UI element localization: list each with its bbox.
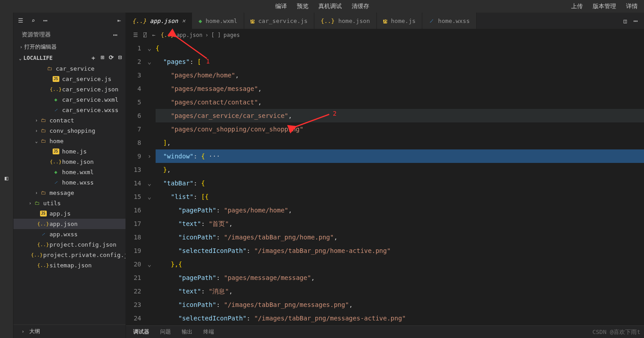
menu-version[interactable]: 版本管理 [593, 2, 616, 10]
menu-compile[interactable]: 编译 [275, 2, 287, 10]
explorer-more-icon[interactable]: ⋯ [113, 31, 117, 39]
top-menu-right: 上传 版本管理 详情 [571, 2, 638, 10]
code-line[interactable]: "tabBar": { [156, 176, 644, 190]
tree-item[interactable]: JSapp.js [13, 208, 125, 219]
code-line[interactable]: "selectedIconPath": "/images/tabBar_png/… [156, 244, 644, 257]
code-line[interactable]: "pagePath": "pages/message/message", [156, 271, 644, 284]
code-line[interactable]: "pages/car_service/car_service", [156, 109, 644, 122]
code-line[interactable]: "text": "首页", [156, 217, 644, 230]
file-tree: 🗀car_serviceJScar_service.js{..}car_serv… [13, 63, 125, 324]
code-line[interactable]: },{ [156, 257, 644, 271]
tree-item[interactable]: ⌄🗀home [13, 136, 125, 146]
code-line[interactable]: "pages/message/message", [156, 82, 644, 95]
panel-problems[interactable]: 问题 [160, 328, 171, 336]
tree-item[interactable]: JScar_service.js [13, 74, 125, 84]
search-icon[interactable]: ⌕ [31, 17, 35, 24]
panel-terminal[interactable]: 终端 [203, 328, 214, 336]
explorer-title: 资源管理器 ⋯ [13, 28, 125, 41]
new-file-icon[interactable]: ＋ [90, 54, 96, 62]
breadcrumb-bar: ☰ ⍁ ← {..} app.json › [ ] pages [126, 29, 644, 41]
tree-item[interactable]: ◆home.wxml [13, 167, 125, 177]
top-menu-bar: 编译 预览 真机调试 清缓存 上传 版本管理 详情 [0, 0, 644, 13]
editor-tab[interactable]: ⟋home.wxss [422, 13, 476, 29]
panel-output[interactable]: 输出 [182, 328, 192, 336]
close-icon[interactable]: × [182, 17, 185, 24]
tree-item[interactable]: {..}project.private.config.json [13, 250, 125, 260]
editor-tab[interactable]: JShome.js [377, 13, 422, 29]
new-folder-icon[interactable]: ⊞ [101, 54, 104, 62]
panel-debugger[interactable]: 调试器 [133, 328, 149, 336]
menu-details[interactable]: 详情 [626, 2, 638, 10]
code-editor[interactable]: 123456789131415161718192021222324 ⌄⌄›⌄⌄⌄… [126, 41, 644, 325]
tree-item[interactable]: ›🗀message [13, 188, 125, 198]
tree-item[interactable]: ⟋app.wxss [13, 229, 125, 239]
top-menu-center: 编译 预览 真机调试 清缓存 [275, 2, 369, 10]
breadcrumb[interactable]: {..} app.json › [ ] pages [161, 32, 240, 38]
code-line[interactable]: "text": "消息", [156, 284, 644, 298]
refresh-icon[interactable]: ⟳ [109, 54, 114, 62]
open-editors-section[interactable]: › 打开的编辑器 [13, 41, 125, 53]
outline-section[interactable]: › 大纲 [13, 324, 125, 338]
editor-tab[interactable]: JScar_service.js [244, 13, 314, 29]
bookmark-icon[interactable]: ⍁ [143, 32, 147, 38]
code-line[interactable]: "pages": [ [156, 55, 644, 68]
split-icon[interactable]: ◫ [624, 18, 627, 24]
tree-item[interactable]: ›🗀contact [13, 115, 125, 126]
editor-tab[interactable]: {..}app.json× [126, 13, 192, 29]
tree-item[interactable]: ›🗀utils [13, 198, 125, 208]
annotation-label-1: 1 [206, 58, 210, 65]
bottom-panel: 调试器 问题 输出 终端 [126, 325, 644, 338]
tab-bar: {..}app.json×◆home.wxmlJScar_service.js{… [126, 13, 644, 29]
menu-device-debug[interactable]: 真机调试 [318, 2, 342, 10]
sidebar-toolbar: ☰ ⌕ ⋯ ⇤ [13, 13, 125, 28]
code-line[interactable]: ], [156, 136, 644, 149]
project-folder-header[interactable]: ⌄ LOCALLIFE ＋ ⊞ ⟳ ⊟ [13, 53, 125, 63]
code-line[interactable]: "pages/contact/contact", [156, 95, 644, 109]
code-line[interactable]: "window": { ··· [156, 149, 644, 163]
more-icon[interactable]: ⋯ [43, 16, 48, 25]
tree-item[interactable]: ⟋car_service.wxss [13, 105, 125, 115]
back-icon[interactable]: ← [152, 32, 155, 38]
code-line[interactable]: "pagePath": "pages/home/home", [156, 203, 644, 217]
activity-bar: ◧ [0, 13, 13, 338]
menu-preview[interactable]: 预览 [297, 2, 309, 10]
editor-tab[interactable]: ◆home.wxml [192, 13, 244, 29]
editor-area: {..}app.json×◆home.wxmlJScar_service.js{… [126, 13, 644, 338]
tree-item[interactable]: ◆car_service.wxml [13, 95, 125, 105]
code-line[interactable]: { [156, 41, 644, 55]
menu-clear-cache[interactable]: 清缓存 [352, 2, 369, 10]
layout-icon[interactable]: ◧ [5, 175, 9, 181]
code-line[interactable]: "list": [{ [156, 190, 644, 203]
code-line[interactable]: "iconPath": "/images/tabBar_png/home.png… [156, 230, 644, 244]
tree-item[interactable]: {..}sitemap.json [13, 260, 125, 270]
sidebar: ☰ ⌕ ⋯ ⇤ 资源管理器 ⋯ › 打开的编辑器 ⌄ LOCALLIFE ＋ ⊞… [13, 13, 126, 338]
tab-more-icon[interactable]: ⋯ [633, 17, 638, 25]
list-icon[interactable]: ☰ [18, 17, 23, 24]
code-line[interactable]: "pages/conv_shopping/conv_shopping" [156, 122, 644, 136]
tree-item[interactable]: 🗀car_service [13, 63, 125, 74]
tree-item[interactable]: {..}home.json [13, 157, 125, 167]
tree-item[interactable]: ›🗀conv_shopping [13, 126, 125, 136]
code-line[interactable]: }, [156, 163, 644, 176]
code-line[interactable]: "pages/home/home", [156, 68, 644, 82]
toc-icon[interactable]: ☰ [133, 32, 138, 38]
annotation-label-2: 2 [333, 110, 336, 117]
code-line[interactable]: "selectedIconPath": "/images/tabBar_png/… [156, 311, 644, 325]
tree-item[interactable]: ⟋home.wxss [13, 177, 125, 188]
tree-item[interactable]: JShome.js [13, 146, 125, 157]
menu-upload[interactable]: 上传 [571, 2, 583, 10]
tree-item[interactable]: {..}project.config.json [13, 239, 125, 250]
tree-item[interactable]: {..}car_service.json [13, 84, 125, 95]
editor-tab[interactable]: {..}home.json [314, 13, 377, 29]
watermark: CSDN @喜欢下雨t [592, 328, 640, 336]
code-line[interactable]: "iconPath": "/images/tabBar_png/messages… [156, 298, 644, 311]
collapse-all-icon[interactable]: ⊟ [118, 54, 122, 62]
collapse-icon[interactable]: ⇤ [117, 17, 121, 24]
tree-item[interactable]: {..}app.json [13, 219, 125, 229]
